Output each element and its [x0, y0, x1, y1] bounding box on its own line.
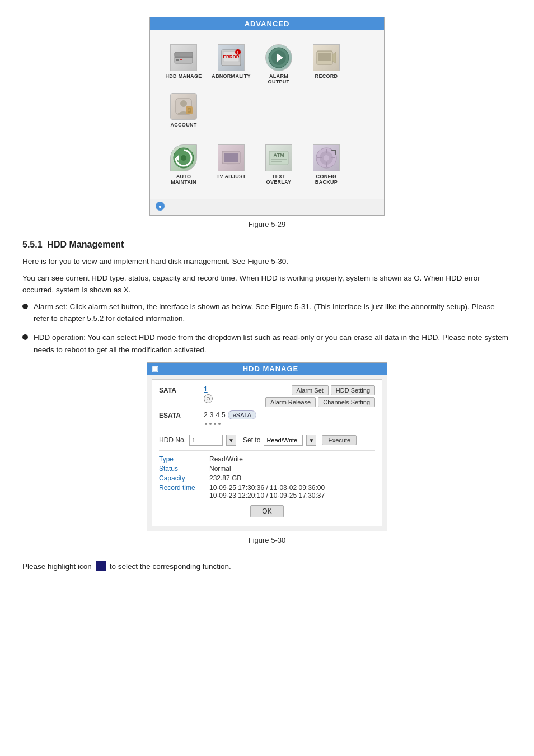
status-label: Status [159, 465, 209, 473]
abnormality-icon: ERROR ! [218, 44, 245, 71]
hdd-no-row: HDD No. ▼ Set to ▼ Execute [159, 435, 375, 446]
hdd-no-input[interactable] [189, 435, 223, 446]
svg-rect-23 [224, 153, 238, 162]
set-to-label: Set to [243, 436, 260, 444]
hdd-no-dropdown[interactable]: ▼ [226, 435, 236, 446]
advanced-title: ADVANCED [150, 17, 384, 30]
dot-4 [218, 423, 221, 425]
type-label: Type [159, 455, 209, 463]
record-time-label: Record time [159, 484, 209, 500]
hdd-title-icon: ▣ [152, 365, 159, 373]
sata-status-circle: O [204, 394, 213, 403]
text-overlay-label: TEXT OVERLAY [259, 174, 298, 185]
svg-rect-4 [180, 59, 182, 60]
abnormality-label: ABNORMALITY [212, 73, 251, 79]
set-to-dropdown[interactable]: ▼ [306, 435, 316, 446]
svg-rect-1 [175, 52, 193, 57]
record-time-values: 10-09-25 17:30:36 / 11-03-02 09:36:00 10… [209, 484, 325, 500]
hdd-divider-1 [159, 430, 375, 430]
hdd-no-label: HDD No. [159, 436, 186, 444]
section-title: HDD Management [47, 240, 124, 249]
execute-button[interactable]: Execute [322, 435, 357, 445]
hdd-content: SATA 1 O Alarm Set HDD Setting Alarm [152, 379, 382, 526]
alarm-release-button[interactable]: Alarm Release [265, 397, 316, 407]
figure-29-container: ADVANCED HDD MANAGE [22, 17, 512, 228]
hdd-title-text: HDD MANAGE [243, 365, 299, 373]
sata-num-1[interactable]: 1 [204, 385, 208, 393]
footer-text1: Please highlight icon [22, 562, 92, 571]
record-time-val1: 10-09-25 17:30:36 / 11-03-02 09:36:00 [209, 484, 325, 492]
icon-hdd-manage[interactable]: HDD MANAGE [164, 44, 203, 85]
account-icon [170, 93, 197, 120]
record-time-val2: 10-09-23 12:20:10 / 10-09-25 17:30:37 [209, 492, 325, 500]
esata-numbers: 2 3 4 5 eSATA [204, 410, 256, 419]
icon-text-overlay[interactable]: ATM TEXT OVERLAY [259, 144, 298, 185]
dot-1 [205, 423, 207, 425]
sata-dots [205, 423, 221, 425]
icon-auto-maintain[interactable]: AUTO MAINTAIN [164, 144, 203, 185]
bottom-indicator-icon: ● [156, 202, 165, 211]
ok-row: OK [159, 505, 375, 520]
svg-text:ATM: ATM [274, 152, 284, 158]
svg-rect-13 [318, 53, 331, 61]
alarm-output-label: ALARM OUTPUT [259, 73, 298, 85]
sata-row: SATA 1 O Alarm Set HDD Setting Alarm [159, 385, 375, 407]
hdd-panel: ▣ HDD MANAGE SATA 1 O Alarm Set [147, 362, 387, 531]
dots-spacer [159, 423, 204, 424]
alarm-output-icon [265, 44, 292, 71]
alarm-set-button[interactable]: Alarm Set [292, 385, 329, 395]
hdd-buttons-row2: Alarm Release Channels Setting [265, 397, 375, 407]
section-number: 5.5.1 [22, 240, 43, 249]
type-value: Read/Write [209, 455, 243, 463]
bullet-item-2: HDD operation: You can select HDD mode f… [22, 332, 512, 356]
advanced-content: HDD MANAGE ERROR ! ABNORMALITY [150, 30, 384, 199]
config-backup-label: CONFIG BACKUP [307, 174, 346, 185]
hdd-setting-button[interactable]: HDD Setting [331, 385, 375, 395]
esata-num-5[interactable]: 5 [222, 411, 226, 419]
footer-text2: to select the corresponding function. [110, 562, 231, 571]
section-heading: 5.5.1 HDD Management [22, 240, 512, 250]
hdd-manage-label: HDD MANAGE [166, 73, 202, 79]
dot-2 [209, 423, 212, 425]
sata-numbers: 1 [204, 385, 265, 393]
set-to-input[interactable] [264, 435, 303, 446]
record-label: RECORD [315, 73, 338, 79]
figure-30-caption: Figure 5-30 [249, 536, 285, 544]
dot-3 [214, 423, 216, 425]
status-value: Normal [209, 465, 231, 473]
bullet-item-1: Alarm set: Click alarm set button, the i… [22, 301, 512, 325]
paragraph-1: Here is for you to view and implement ha… [22, 255, 512, 268]
svg-rect-25 [227, 164, 236, 165]
ok-button[interactable]: OK [250, 505, 283, 517]
auto-maintain-label: AUTO MAINTAIN [164, 174, 203, 185]
hdd-divider-2 [159, 450, 375, 451]
bullet-text-2: HDD operation: You can select HDD mode f… [34, 332, 512, 356]
channels-setting-button[interactable]: Channels Setting [318, 397, 375, 407]
bullet-dot-2 [22, 334, 28, 340]
esata-num-4[interactable]: 4 [216, 411, 219, 419]
footer: Please highlight icon to select the corr… [22, 561, 512, 571]
record-icon [313, 44, 340, 71]
esata-button[interactable]: eSATA [228, 410, 256, 419]
icon-alarm-output[interactable]: ALARM OUTPUT [259, 44, 298, 85]
esata-num-2[interactable]: 2 [204, 411, 208, 419]
svg-point-18 [188, 109, 190, 111]
esata-num-3[interactable]: 3 [210, 411, 214, 419]
type-row: Type Read/Write [159, 455, 375, 463]
tv-adjust-label: TV ADJUST [217, 174, 246, 179]
text-overlay-icon: ATM [265, 144, 292, 171]
advanced-panel: ADVANCED HDD MANAGE [149, 17, 385, 216]
svg-rect-28 [271, 159, 287, 160]
icon-config-backup[interactable]: CONFIG BACKUP [307, 144, 346, 185]
hdd-panel-titlebar: ▣ HDD MANAGE [147, 363, 387, 375]
svg-rect-2 [175, 57, 193, 58]
sata-label: SATA [159, 385, 204, 394]
bullet-list: Alarm set: Click alarm set button, the i… [22, 301, 512, 356]
auto-maintain-icon [170, 144, 197, 171]
icon-account[interactable]: ACCOUNT [164, 93, 203, 128]
dots-row [159, 423, 375, 425]
icon-abnormality[interactable]: ERROR ! ABNORMALITY [212, 44, 251, 85]
record-time-row: Record time 10-09-25 17:30:36 / 11-03-02… [159, 484, 375, 500]
icon-tv-adjust[interactable]: TV ADJUST [212, 144, 251, 185]
icon-record[interactable]: RECORD [307, 44, 346, 85]
